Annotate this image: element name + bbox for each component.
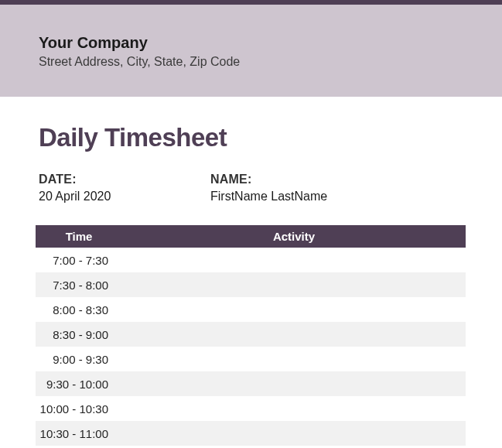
time-cell: 10:30 - 11:00 <box>36 421 122 446</box>
meta-date-block: DATE: 20 April 2020 <box>39 173 210 203</box>
time-cell: 9:00 - 9:30 <box>36 347 122 371</box>
activity-cell <box>122 347 466 371</box>
date-label: DATE: <box>39 173 210 186</box>
name-value: FirstName LastName <box>210 190 382 203</box>
time-value: 9:30 - 10:00 <box>46 378 122 391</box>
activity-cell <box>122 248 466 272</box>
time-cell: 7:00 - 7:30 <box>36 248 122 272</box>
company-address: Street Address, City, State, Zip Code <box>39 55 463 69</box>
activity-cell <box>122 272 466 297</box>
time-cell: 10:00 - 10:30 <box>36 396 122 421</box>
time-cell: 8:30 - 9:00 <box>36 322 122 347</box>
table-row: 9:30 - 10:00 <box>36 371 466 396</box>
meta-name-block: NAME: FirstName LastName <box>210 173 382 203</box>
time-value: 7:00 - 7:30 <box>53 254 122 267</box>
timesheet-table: Time Activity 7:00 - 7:307:30 - 8:008:00… <box>36 225 466 446</box>
table-row: 8:30 - 9:00 <box>36 322 466 347</box>
time-value: 10:00 - 10:30 <box>40 402 122 416</box>
table-row: 7:30 - 8:00 <box>36 272 466 297</box>
time-cell: 9:30 - 10:00 <box>36 371 122 396</box>
name-label: NAME: <box>210 173 382 186</box>
content-area: Daily Timesheet DATE: 20 April 2020 NAME… <box>0 97 502 446</box>
time-value: 10:30 - 11:00 <box>40 427 122 440</box>
table-header-row: Time Activity <box>36 225 466 248</box>
column-header-activity: Activity <box>122 225 466 248</box>
page-title: Daily Timesheet <box>39 123 463 152</box>
time-value: 8:30 - 9:00 <box>53 328 122 341</box>
time-value: 8:00 - 8:30 <box>53 303 122 316</box>
activity-cell <box>122 322 466 347</box>
activity-cell <box>122 396 466 421</box>
table-row: 9:00 - 9:30 <box>36 347 466 371</box>
table-row: 7:00 - 7:30 <box>36 248 466 272</box>
activity-cell <box>122 421 466 446</box>
activity-cell <box>122 371 466 396</box>
table-row: 8:00 - 8:30 <box>36 297 466 322</box>
document-header: Your Company Street Address, City, State… <box>0 5 502 97</box>
table-row: 10:30 - 11:00 <box>36 421 466 446</box>
date-value: 20 April 2020 <box>39 190 210 203</box>
column-header-time: Time <box>36 225 122 248</box>
meta-row: DATE: 20 April 2020 NAME: FirstName Last… <box>39 173 463 203</box>
time-cell: 8:00 - 8:30 <box>36 297 122 322</box>
time-value: 9:00 - 9:30 <box>53 353 122 366</box>
company-name: Your Company <box>39 34 463 52</box>
time-cell: 7:30 - 8:00 <box>36 272 122 297</box>
table-row: 10:00 - 10:30 <box>36 396 466 421</box>
time-value: 7:30 - 8:00 <box>53 279 122 292</box>
activity-cell <box>122 297 466 322</box>
